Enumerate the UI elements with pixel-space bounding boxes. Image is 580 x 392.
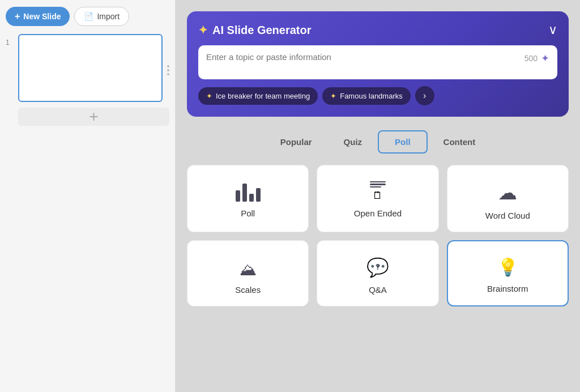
- brainstorm-icon: 💡: [497, 257, 518, 277]
- tab-popular[interactable]: Popular: [265, 131, 328, 152]
- ai-input-container: 500 ✦: [198, 45, 557, 79]
- new-slide-button[interactable]: New Slide: [6, 7, 70, 26]
- cloud-icon: ☁: [498, 181, 517, 204]
- slide-dots: [167, 65, 169, 75]
- plus-icon: +: [89, 108, 98, 126]
- ai-topic-input[interactable]: [206, 52, 524, 71]
- bar-4: [256, 188, 261, 202]
- import-icon: 📄: [84, 12, 93, 21]
- dot-2: [167, 69, 169, 71]
- poll-card-label: Poll: [241, 208, 255, 218]
- chip-famous-landmarks-label: Famous landmarks: [340, 92, 403, 100]
- dot-1: [167, 65, 169, 67]
- chip-sparkle-icon-2: ✦: [330, 92, 336, 100]
- slide-type-grid: Poll 🗒 Open Ended ☁ Word Cloud ⛰: [187, 165, 569, 306]
- bar-3: [249, 194, 254, 202]
- ai-panel-title: ✦ AI Slide Generator: [198, 23, 312, 37]
- chip-ice-breaker[interactable]: ✦ Ice breaker for team meeting: [198, 87, 318, 105]
- slide-type-card-word-cloud[interactable]: ☁ Word Cloud: [447, 165, 569, 232]
- open-ended-card-label: Open Ended: [354, 208, 402, 218]
- sidebar: New Slide 📄 Import 1 +: [0, 0, 176, 392]
- oe-line-1: [370, 181, 386, 182]
- bar-2: [242, 184, 247, 202]
- slide-number-1: 1: [6, 39, 14, 46]
- import-label: Import: [97, 12, 120, 21]
- poll-icon: [236, 181, 261, 202]
- tab-content-label: Content: [443, 137, 476, 147]
- chevron-down-icon: ∨: [548, 23, 557, 37]
- collapse-ai-panel-button[interactable]: ∨: [548, 23, 557, 37]
- slide-type-card-brainstorm[interactable]: 💡 Brainstorm: [447, 240, 569, 306]
- add-slide-button[interactable]: +: [18, 108, 169, 126]
- slide-type-card-poll[interactable]: Poll: [187, 165, 309, 232]
- scales-icon: ⛰: [236, 257, 261, 278]
- bar-1: [236, 190, 240, 202]
- slide-item-1: 1: [6, 34, 169, 102]
- tab-quiz[interactable]: Quiz: [328, 131, 378, 152]
- open-ended-form-icon: 🗒: [373, 190, 383, 202]
- scales-mountain-icon: ⛰: [240, 261, 257, 278]
- tab-quiz-label: Quiz: [344, 137, 362, 147]
- oe-smiley-area: 🗒: [373, 190, 383, 202]
- lightbulb-icon: 💡: [497, 258, 518, 276]
- qa-card-label: Q&A: [369, 285, 387, 295]
- open-ended-icon: 🗒: [370, 181, 386, 202]
- slide-thumbnail-1[interactable]: [18, 34, 163, 102]
- sidebar-toolbar: New Slide 📄 Import: [6, 7, 169, 26]
- chip-sparkle-icon-1: ✦: [206, 92, 212, 100]
- sparkle-icon: ✦: [198, 23, 208, 37]
- chip-ice-breaker-label: Ice breaker for team meeting: [216, 92, 310, 100]
- word-cloud-card-label: Word Cloud: [485, 211, 530, 220]
- chip-famous-landmarks[interactable]: ✦ Famous landmarks: [322, 87, 411, 105]
- tabs-row: Popular Quiz Poll Content: [187, 130, 569, 154]
- qa-icon: 💬 ?: [366, 257, 389, 278]
- question-mark-icon: ?: [376, 262, 381, 271]
- main-content: ✦ AI Slide Generator ∨ 500 ✦ ✦ Ice break…: [176, 0, 580, 392]
- scales-card-label: Scales: [235, 285, 261, 295]
- more-chips-button[interactable]: ›: [415, 86, 434, 105]
- new-slide-label: New Slide: [23, 12, 61, 21]
- ai-panel-header: ✦ AI Slide Generator ∨: [198, 23, 557, 37]
- import-button[interactable]: 📄 Import: [74, 7, 129, 26]
- ai-slide-generator-panel: ✦ AI Slide Generator ∨ 500 ✦ ✦ Ice break…: [187, 11, 569, 117]
- suggestion-chips: ✦ Ice breaker for team meeting ✦ Famous …: [198, 86, 557, 105]
- char-limit: 500: [524, 54, 538, 63]
- tab-poll-label: Poll: [395, 137, 411, 147]
- chevron-right-icon: ›: [423, 91, 426, 101]
- oe-line-2: [370, 184, 386, 185]
- tab-popular-label: Popular: [280, 137, 312, 147]
- dot-3: [167, 73, 169, 75]
- oe-line-3: [370, 186, 381, 188]
- brainstorm-card-label: Brainstorm: [487, 284, 528, 293]
- slide-list: 1 +: [6, 34, 169, 126]
- slide-type-card-open-ended[interactable]: 🗒 Open Ended: [317, 165, 438, 232]
- ai-input-meta: 500 ✦: [524, 52, 549, 65]
- ai-panel-title-text: AI Slide Generator: [212, 24, 312, 37]
- slide-type-card-scales[interactable]: ⛰ Scales: [187, 240, 309, 306]
- magic-wand-icon: ✦: [541, 52, 549, 65]
- tab-content[interactable]: Content: [428, 131, 492, 152]
- tab-poll[interactable]: Poll: [378, 130, 428, 154]
- slide-type-card-qa[interactable]: 💬 ? Q&A: [317, 240, 438, 306]
